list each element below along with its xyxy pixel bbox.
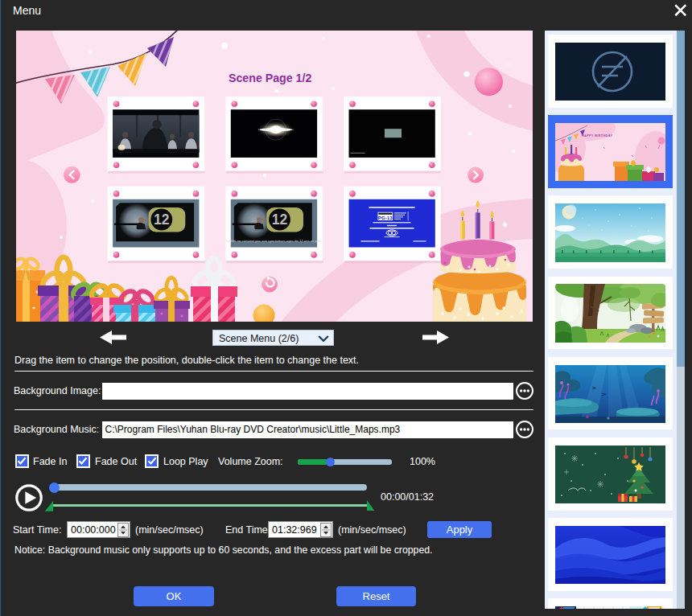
svg-text:HAPPY BIRTHDAY: HAPPY BIRTHDAY: [582, 133, 612, 138]
svg-text:PG-13: PG-13: [378, 215, 393, 220]
svg-text:12: 12: [154, 211, 170, 228]
svg-text:12: 12: [272, 211, 288, 228]
svg-text:Ce film ne convient pas aux sp: Ce film ne convient pas aux spectateurs …: [225, 239, 321, 243]
svg-text:Scene Page 1/2: Scene Page 1/2: [229, 72, 311, 84]
